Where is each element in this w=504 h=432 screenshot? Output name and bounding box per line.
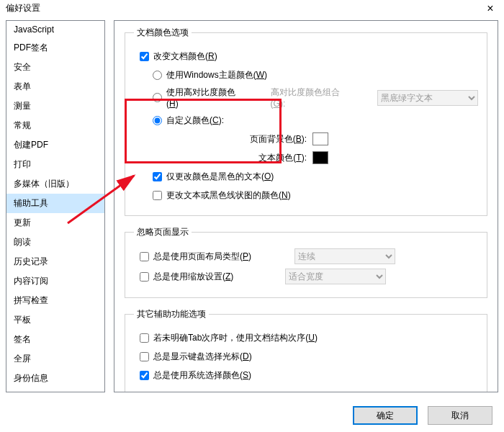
label: 总是使用页面布局类型(P) xyxy=(153,251,251,263)
radio-custom-color[interactable] xyxy=(153,116,162,125)
label: 页面背景色(B): xyxy=(250,133,307,145)
row-page-bg: 页面背景色(B): xyxy=(177,132,328,146)
row-line-art[interactable]: 更改文本或黑色线状图的颜色(N) xyxy=(153,188,478,202)
cancel-button[interactable]: 取消 xyxy=(428,406,492,425)
swatch-page-bg[interactable] xyxy=(312,132,328,145)
group-doc-color: 文档颜色选项 改变文档颜色(R) 使用Windows主题颜色(W) 使用高对比度… xyxy=(125,27,487,216)
label: 总是使用缩放设置(Z) xyxy=(153,271,233,283)
label: 自定义颜色(C): xyxy=(166,114,224,127)
hc-combo-label: 高对比度颜色组合(G): xyxy=(271,86,355,109)
label: 总是使用系统选择颜色(S) xyxy=(153,369,251,382)
group-ignore-page: 忽略页面显示 总是使用页面布局类型(P) 连续 总是使用缩放设置(Z) 适合宽度 xyxy=(125,226,487,298)
sidebar-item[interactable]: 表单 xyxy=(6,77,104,96)
label: 改变文档颜色(R) xyxy=(153,50,217,63)
row-only-black[interactable]: 仅更改颜色是黑色的文本(O) xyxy=(153,169,478,184)
sidebar-item[interactable]: 拼写检查 xyxy=(6,291,104,310)
sidebar-item[interactable]: 辅助工具 xyxy=(6,194,104,213)
row-sys-color[interactable]: 总是使用系统选择颜色(S) xyxy=(140,368,478,382)
group-legend: 文档颜色选项 xyxy=(134,27,192,39)
group-other: 其它辅助功能选项 若未明确Tab次序时，使用文档结构次序(U) 总是显示键盘选择… xyxy=(125,308,487,392)
sidebar-item[interactable]: 朗读 xyxy=(6,233,104,252)
swatch-text-color[interactable] xyxy=(312,151,328,164)
sidebar[interactable]: JavaScriptPDF签名安全表单测量常规创建PDF打印多媒体（旧版）辅助工… xyxy=(6,20,105,392)
row-change-doc-color[interactable]: 改变文档颜色(R) xyxy=(140,49,478,63)
group-legend: 忽略页面显示 xyxy=(134,226,192,238)
checkbox-only-black[interactable] xyxy=(153,172,162,181)
checkbox-kb-cursor[interactable] xyxy=(140,352,149,361)
sidebar-item[interactable]: 多媒体（旧版） xyxy=(6,174,104,194)
sidebar-item[interactable]: 安全 xyxy=(6,58,104,77)
sidebar-item[interactable]: 签名 xyxy=(6,330,104,349)
sidebar-item[interactable]: 常规 xyxy=(6,116,104,135)
row-high-contrast[interactable]: 使用高对比度颜色(H) 高对比度颜色组合(G): 黑底绿字文本 xyxy=(153,86,478,109)
row-win-theme[interactable]: 使用Windows主题颜色(W) xyxy=(153,68,478,82)
label: 更改文本或黑色线状图的颜色(N) xyxy=(166,189,291,202)
radio-high-contrast[interactable] xyxy=(153,93,162,102)
sidebar-item[interactable]: 平板 xyxy=(6,310,104,330)
sidebar-item[interactable]: PDF签名 xyxy=(6,38,104,58)
ok-button[interactable]: 确定 xyxy=(353,406,418,425)
sidebar-item[interactable]: JavaScript xyxy=(6,21,104,38)
sidebar-item[interactable]: 历史记录 xyxy=(6,252,104,271)
close-icon[interactable]: × xyxy=(480,2,501,15)
sidebar-item[interactable]: 测量 xyxy=(6,96,104,116)
checkbox-line-art[interactable] xyxy=(153,191,162,200)
hc-combo-select: 黑底绿字文本 xyxy=(377,90,478,106)
row-zoom[interactable]: 总是使用缩放设置(Z) 适合宽度 xyxy=(140,269,478,284)
titlebar: 偏好设置 × xyxy=(0,0,504,17)
checkbox-layout-type[interactable] xyxy=(140,252,149,261)
label: 总是显示键盘选择光标(D) xyxy=(153,351,252,363)
row-kb-cursor[interactable]: 总是显示键盘选择光标(D) xyxy=(140,349,478,364)
label: 文本颜色(T): xyxy=(258,152,307,164)
sidebar-item[interactable]: 内容订阅 xyxy=(6,271,104,291)
sidebar-item[interactable]: 更新 xyxy=(6,213,104,233)
content-panel: 文档颜色选项 改变文档颜色(R) 使用Windows主题颜色(W) 使用高对比度… xyxy=(114,20,498,392)
sidebar-item[interactable]: 全屏 xyxy=(6,349,104,369)
row-text-color: 文本颜色(T): xyxy=(177,150,328,165)
checkbox-sys-color[interactable] xyxy=(140,371,149,380)
row-tab-order[interactable]: 若未明确Tab次序时，使用文档结构次序(U) xyxy=(140,330,478,345)
row-layout-type[interactable]: 总是使用页面布局类型(P) 连续 xyxy=(140,248,478,264)
sidebar-item[interactable]: 身份信息 xyxy=(6,369,104,388)
footer: 确定 取消 xyxy=(353,406,492,425)
checkbox-change-doc-color[interactable] xyxy=(140,52,149,61)
label: 若未明确Tab次序时，使用文档结构次序(U) xyxy=(153,332,318,344)
checkbox-zoom[interactable] xyxy=(140,272,149,282)
main-panel: JavaScriptPDF签名安全表单测量常规创建PDF打印多媒体（旧版）辅助工… xyxy=(6,20,498,392)
label: 使用Windows主题颜色(W) xyxy=(166,69,267,81)
zoom-select: 适合宽度 xyxy=(285,269,386,284)
layout-select: 连续 xyxy=(294,248,395,264)
sidebar-item[interactable]: 打印 xyxy=(6,155,104,174)
group-legend: 其它辅助功能选项 xyxy=(134,308,209,320)
window-title: 偏好设置 xyxy=(6,2,40,14)
label: 使用高对比度颜色(H) xyxy=(166,86,248,109)
radio-win-theme[interactable] xyxy=(153,71,162,80)
checkbox-tab-order[interactable] xyxy=(140,333,149,343)
label: 仅更改颜色是黑色的文本(O) xyxy=(166,171,274,183)
row-custom-color[interactable]: 自定义颜色(C): xyxy=(153,113,478,127)
sidebar-item[interactable]: 创建PDF xyxy=(6,135,104,155)
